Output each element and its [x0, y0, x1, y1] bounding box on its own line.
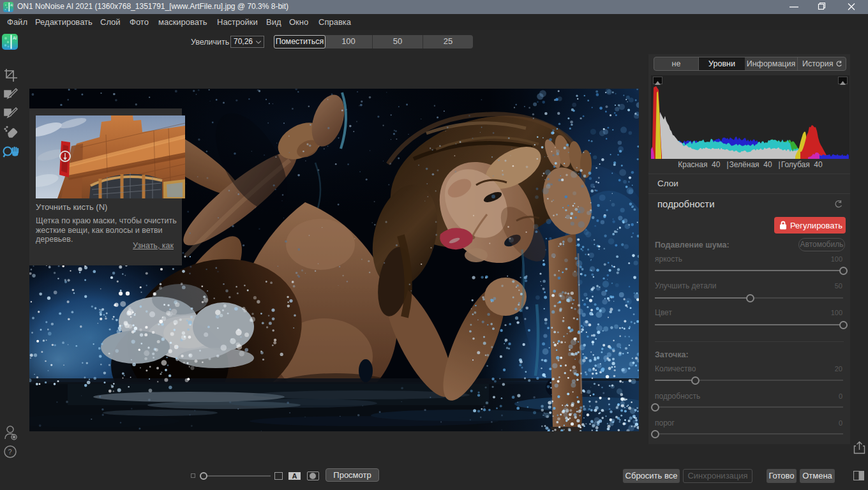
- svg-text:AI: AI: [13, 36, 17, 40]
- svg-text:?: ?: [8, 448, 12, 456]
- svg-text:AI: AI: [10, 4, 13, 7]
